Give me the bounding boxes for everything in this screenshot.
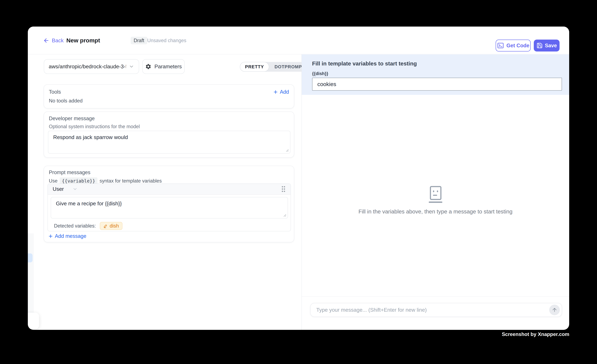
add-message-button[interactable]: Add message [48, 233, 86, 239]
status-badge: Draft [131, 37, 147, 44]
developer-message-subtitle: Optional system instructions for the mod… [49, 124, 140, 129]
variable-badge-label: dish [110, 223, 119, 229]
chevron-down-icon [72, 186, 78, 192]
back-label: Back [52, 38, 64, 44]
tools-empty-text: No tools added [49, 98, 83, 104]
developer-message-card: Developer message Optional system instru… [44, 112, 294, 158]
plus-icon [48, 234, 53, 239]
variable-input[interactable] [312, 78, 562, 91]
get-code-button[interactable]: Get Code [496, 40, 531, 52]
save-icon [536, 42, 543, 49]
arrow-up-icon [552, 307, 557, 313]
hint-suffix: syntax for template variables [100, 178, 162, 184]
gear-icon [145, 63, 151, 70]
model-selector-value: aws/anthropic/bedrock-claude-3-5-s... [49, 64, 126, 69]
robot-face-icon [428, 186, 443, 203]
developer-message-field: Respond as jack sparrow would [48, 131, 290, 153]
variables-panel-title: Fill in template variables to start test… [312, 61, 417, 67]
message-content-field: Give me a recipe for {{dish}} [51, 197, 288, 219]
app-window: Back New prompt Draft Unsaved changes Ge… [28, 27, 569, 330]
textarea-resize-handle[interactable] [283, 213, 286, 217]
tools-card: Tools Add No tools added [44, 84, 294, 108]
add-message-label: Add message [55, 233, 86, 239]
prompt-messages-title: Prompt messages [49, 169, 90, 175]
back-button[interactable]: Back [43, 27, 64, 54]
watermark-text: Screenshot by Xnapper.com [502, 332, 569, 337]
parameters-label: Parameters [154, 64, 182, 69]
drag-handle-icon[interactable] [281, 186, 286, 193]
pencil-icon [103, 224, 108, 228]
prompt-messages-card: Prompt messages Use {{variable}} syntax … [44, 166, 294, 242]
message-header: User [48, 184, 291, 195]
developer-message-title: Developer message [49, 116, 95, 121]
tester-empty-text: Fill in the variables above, then type a… [359, 208, 512, 215]
parameters-button[interactable]: Parameters [142, 59, 185, 74]
textarea-resize-handle[interactable] [285, 148, 289, 152]
tools-title: Tools [49, 89, 61, 95]
message-content-textarea[interactable]: Give me a recipe for {{dish}} [51, 197, 288, 218]
chat-input-bar [310, 303, 562, 317]
message-block: User Give me a recipe for {{dish}} Detec… [47, 183, 291, 231]
unsaved-changes-text: Unsaved changes [147, 27, 186, 54]
chat-message-input[interactable] [316, 307, 547, 313]
sidebar-floating-card [28, 313, 39, 329]
toggle-pretty[interactable]: PRETTY [240, 62, 269, 72]
sidebar-edge-strip [28, 233, 34, 313]
variable-input-label: {{dish}} [312, 71, 328, 76]
save-button[interactable]: Save [534, 40, 559, 52]
format-toggle: PRETTY DOTPROMPT [240, 62, 310, 72]
detected-variables-row: Detected variables: dish [54, 222, 122, 230]
role-select-value: User [53, 186, 64, 192]
terminal-icon [497, 42, 504, 49]
screenshot-canvas: Back New prompt Draft Unsaved changes Ge… [0, 0, 597, 364]
page-title: New prompt [66, 27, 100, 54]
detected-variables-label: Detected variables: [54, 223, 96, 229]
variables-panel: Fill in template variables to start test… [302, 54, 569, 95]
hint-prefix: Use [49, 178, 57, 184]
get-code-label: Get Code [506, 43, 529, 48]
tester-empty-state: Fill in the variables above, then type a… [302, 186, 569, 215]
plus-icon [273, 90, 278, 95]
variable-badge-dish[interactable]: dish [100, 222, 122, 230]
chevron-down-icon [129, 64, 134, 69]
sidebar-active-item [28, 253, 32, 262]
developer-message-textarea[interactable]: Respond as jack sparrow would [48, 131, 290, 153]
arrow-left-icon [43, 38, 49, 44]
add-tool-button[interactable]: Add [273, 89, 289, 95]
header-bar: Back New prompt Draft Unsaved changes Ge… [28, 27, 569, 54]
send-button[interactable] [549, 305, 560, 315]
add-tool-label: Add [280, 89, 289, 95]
chat-section-divider [302, 296, 569, 296]
model-selector[interactable]: aws/anthropic/bedrock-claude-3-5-s... [44, 59, 139, 74]
role-select[interactable]: User [53, 186, 78, 192]
save-label: Save [545, 43, 557, 48]
